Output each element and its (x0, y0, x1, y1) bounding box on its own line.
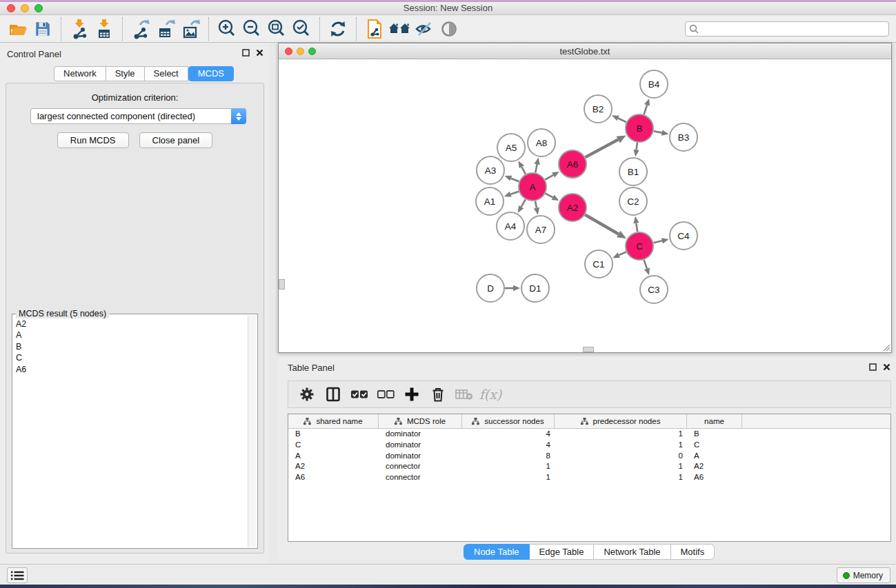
export-table-button[interactable] (153, 17, 178, 41)
network-close-button[interactable] (285, 48, 292, 55)
mcds-result-item[interactable]: C (16, 352, 246, 363)
save-session-button[interactable] (30, 17, 55, 41)
close-window-button[interactable] (7, 4, 15, 12)
table-options-button[interactable] (294, 383, 320, 406)
refresh-button[interactable] (326, 17, 350, 41)
graph-edge-C-C4[interactable] (653, 241, 661, 243)
criterion-select[interactable]: largest connected component (directed) (30, 108, 246, 124)
table-cell: 1 (555, 429, 687, 440)
open-file-button[interactable] (6, 17, 30, 41)
column-header-shared-name[interactable]: shared name (288, 414, 379, 428)
close-panel-icon[interactable] (256, 49, 263, 57)
zoom-out-button[interactable] (239, 17, 264, 41)
zoom-fit-button[interactable] (264, 17, 289, 41)
close-panel-button[interactable]: Close panel (139, 132, 213, 148)
tab-network-table[interactable]: Network Table (594, 544, 670, 560)
graph-edge-A-A7[interactable] (535, 201, 537, 208)
left-grip-handle[interactable] (279, 279, 285, 290)
result-scrollbar[interactable] (248, 316, 256, 547)
graph-edge-B-B2[interactable] (618, 119, 626, 123)
home-view-button[interactable] (387, 17, 412, 41)
column-header-predecessor-nodes[interactable]: predecessor nodes (555, 414, 687, 428)
traffic-lights (7, 4, 43, 12)
memory-button[interactable]: Memory (837, 567, 890, 583)
zoom-window-button[interactable] (34, 4, 43, 12)
mcds-result-item[interactable]: A (16, 330, 246, 341)
table-cell: 0 (555, 451, 687, 462)
table-row[interactable]: Bdominator41B (288, 429, 890, 440)
show-columns-button[interactable] (320, 383, 346, 406)
tab-style[interactable]: Style (106, 66, 145, 81)
delete-table-button[interactable] (451, 383, 477, 406)
graph-edge-A-A6[interactable] (545, 175, 553, 180)
minimize-window-button[interactable] (21, 4, 29, 12)
tab-network[interactable]: Network (54, 66, 106, 81)
column-header-MCDS-role[interactable]: MCDS role (379, 414, 462, 428)
mcds-result-item[interactable]: B (16, 341, 246, 352)
delete-columns-button[interactable] (425, 383, 451, 406)
graph-edge-C-C2[interactable] (636, 223, 637, 232)
graph-edge-B-B3[interactable] (654, 131, 662, 132)
network-zoom-button[interactable] (308, 48, 316, 55)
graph-edge-arrowhead (661, 238, 669, 243)
function-builder-button[interactable]: f(x) (477, 383, 504, 406)
graph-edge-A-A4[interactable] (521, 199, 526, 207)
graph-edge-A2-C[interactable] (585, 214, 619, 234)
birds-eye-view-button[interactable] (437, 17, 461, 41)
unselect-all-columns-button[interactable] (372, 383, 399, 406)
mcds-result-item[interactable]: A2 (16, 318, 246, 330)
graph-edge-A-A2[interactable] (546, 194, 553, 198)
graph-edge-A6-B[interactable] (586, 140, 619, 158)
add-column-button[interactable] (399, 383, 425, 406)
close-panel-icon[interactable] (883, 363, 890, 371)
graph-edge-B-B1[interactable] (637, 143, 638, 150)
column-header-successor-nodes[interactable]: successor nodes (462, 414, 555, 428)
export-network-button[interactable] (128, 17, 153, 41)
main-toolbar (0, 15, 896, 43)
graph-edge-B-B4[interactable] (644, 105, 647, 114)
double-home-icon (388, 20, 410, 38)
tab-mcds[interactable]: MCDS (188, 66, 234, 81)
mcds-result-list: A2ABCA6 (14, 318, 246, 547)
float-panel-icon[interactable] (242, 49, 250, 57)
delete-table-icon (455, 388, 473, 401)
graph-edge-C-C1[interactable] (619, 252, 626, 255)
tab-edge-table[interactable]: Edge Table (530, 544, 595, 560)
run-mcds-button[interactable]: Run MCDS (57, 132, 129, 148)
resize-grip-icon[interactable] (881, 342, 890, 352)
hide-graphics-details-button[interactable] (412, 17, 437, 41)
table-row[interactable]: Cdominator41C (288, 440, 890, 451)
network-canvas[interactable]: B4B2BB3A5A8A6A3B1AA1C2A2A4A7C4CC1DD1C3 (279, 59, 891, 352)
graph-edge-arrowhead (513, 285, 520, 291)
trash-icon (430, 386, 446, 403)
zoom-in-button[interactable] (215, 17, 239, 41)
column-header-label: name (704, 417, 724, 425)
table-cell: 1 (555, 472, 687, 483)
table-row[interactable]: Adominator80A (288, 451, 890, 462)
import-network-button[interactable] (67, 17, 92, 41)
graph-edge-A-A8[interactable] (535, 164, 537, 172)
graph-edge-C-C3[interactable] (644, 260, 647, 269)
table-row[interactable]: A2connector11A2 (288, 461, 890, 472)
bottom-grip-handle[interactable] (583, 347, 594, 352)
graph-edge-A-A1[interactable] (510, 192, 519, 194)
mcds-panel: Optimization criterion: largest connecte… (6, 83, 264, 554)
tab-node-table[interactable]: Node Table (464, 544, 530, 560)
float-panel-icon[interactable] (869, 363, 877, 371)
column-header-name[interactable]: name (687, 414, 742, 428)
import-table-button[interactable] (92, 17, 117, 41)
task-history-button[interactable] (7, 567, 28, 583)
network-window-titlebar[interactable]: testGlobe.txt (279, 43, 891, 59)
search-input[interactable] (685, 21, 889, 37)
tab-select[interactable]: Select (145, 66, 188, 81)
tab-motifs[interactable]: Motifs (671, 544, 715, 560)
table-row[interactable]: A6connector11A6 (288, 472, 890, 483)
graph-edge-A-A5[interactable] (521, 167, 526, 174)
select-all-columns-button[interactable] (346, 383, 372, 406)
network-minimize-button[interactable] (297, 48, 304, 55)
export-image-button[interactable] (178, 17, 203, 41)
graph-edge-A-A3[interactable] (511, 179, 519, 182)
zoom-selected-button[interactable] (289, 17, 314, 41)
network-from-document-button[interactable] (362, 17, 387, 41)
mcds-result-item[interactable]: A6 (16, 364, 246, 375)
